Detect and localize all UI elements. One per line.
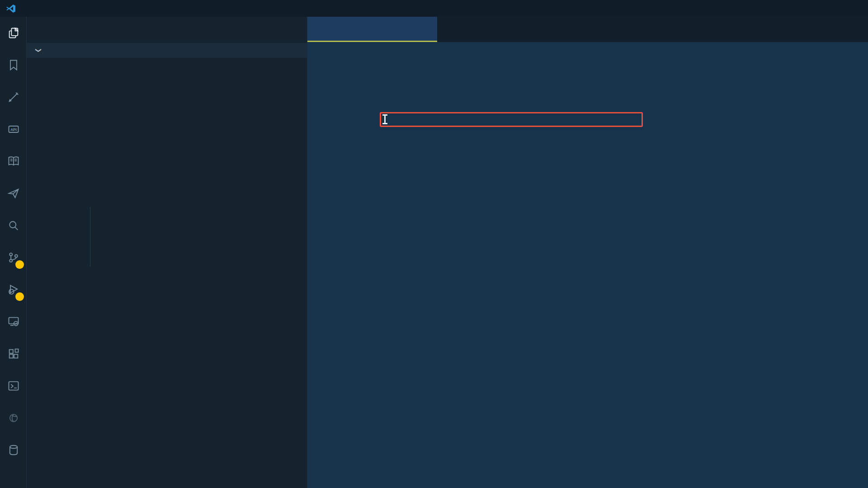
run-debug-badge [15, 292, 24, 301]
source-control-icon[interactable] [0, 241, 27, 273]
terminal-icon[interactable] [0, 370, 27, 402]
extensions-icon[interactable] [0, 338, 27, 370]
activity-bar: API [0, 17, 27, 488]
code-area [307, 17, 868, 488]
title-bar [0, 0, 868, 17]
send-icon[interactable] [0, 177, 27, 209]
globe-icon[interactable] [0, 402, 27, 434]
explorer-icon[interactable] [0, 17, 27, 49]
bookmark-icon[interactable] [0, 49, 27, 81]
indent-guide [90, 207, 90, 267]
chevron-down-icon: ❯ [35, 48, 42, 53]
api-icon[interactable]: API [0, 113, 27, 145]
remote-explorer-icon[interactable] [0, 305, 27, 338]
search-icon[interactable] [0, 209, 27, 241]
database-icon[interactable] [0, 434, 27, 466]
vscode-window: API [0, 0, 868, 488]
run-debug-icon[interactable] [0, 273, 27, 305]
svg-text:API: API [10, 127, 17, 131]
tools-icon[interactable] [0, 81, 27, 113]
editor-group [307, 17, 868, 488]
mouse-ibeam-cursor [384, 114, 386, 124]
workspace-section-www[interactable]: ❯ [27, 43, 307, 58]
source-control-badge [15, 260, 24, 269]
vscode-logo-icon [5, 3, 16, 14]
red-annotation-box [380, 112, 643, 127]
explorer-sidebar: ❯ [27, 17, 307, 488]
docs-book-icon[interactable] [0, 145, 27, 177]
